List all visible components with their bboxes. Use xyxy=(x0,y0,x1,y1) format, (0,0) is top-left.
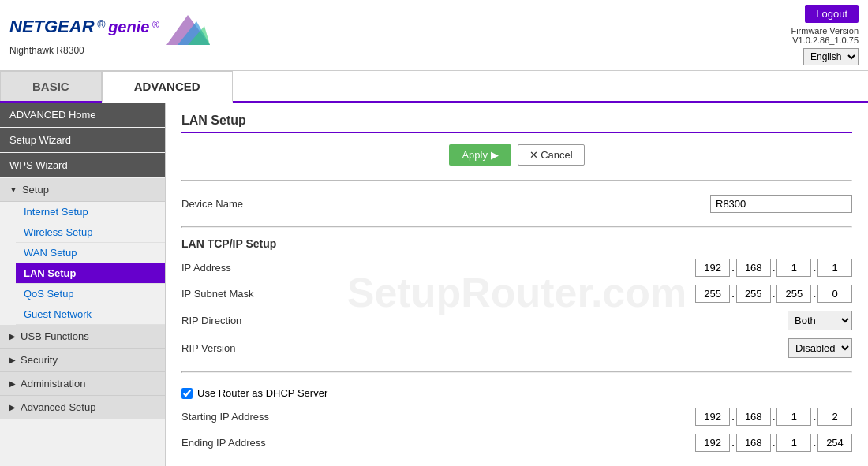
dhcp-checkbox-row: Use Router as DHCP Server xyxy=(181,382,852,404)
ip-address-row: IP Address . . . xyxy=(181,255,852,281)
subnet-mask-label: IP Subnet Mask xyxy=(181,288,355,300)
content-wrap: LAN Setup Apply ▶ ✕ Cancel Device Name L… xyxy=(181,114,852,466)
language-select[interactable]: English xyxy=(803,48,859,65)
ending-ip-row: Ending IP Address . . . xyxy=(181,430,852,456)
subnet-o4-input[interactable] xyxy=(817,285,852,303)
firmware-label: Firmware Version xyxy=(791,26,859,35)
logo-area: NETGEAR ® genie ® Nighthawk R8300 xyxy=(9,15,210,56)
rip-direction-row: RIP Direction None Both In Only Out Only xyxy=(181,307,852,334)
sidebar-item-qos-setup[interactable]: QoS Setup xyxy=(16,284,165,304)
sidebar-item-wireless-setup[interactable]: Wireless Setup xyxy=(16,222,165,243)
ip-o4-input[interactable] xyxy=(817,259,852,277)
subnet-mask-row: IP Subnet Mask . . . xyxy=(181,281,852,307)
start-o1-input[interactable] xyxy=(695,408,730,426)
device-name-label: Device Name xyxy=(181,198,355,210)
sidebar-section-advanced-setup[interactable]: ▶ Advanced Setup xyxy=(0,396,165,419)
starting-ip-field: . . . xyxy=(695,408,852,426)
ip-address-label: IP Address xyxy=(181,262,355,274)
end-o2-input[interactable] xyxy=(736,434,771,452)
sidebar-setup-wizard[interactable]: Setup Wizard xyxy=(0,128,165,152)
subnet-dot-3: . xyxy=(813,288,816,300)
rip-direction-select[interactable]: None Both In Only Out Only xyxy=(788,311,852,330)
ending-ip-field: . . . xyxy=(695,434,852,452)
registered-mark: ® xyxy=(97,18,105,31)
start-o2-input[interactable] xyxy=(736,408,771,426)
sidebar: ADVANCED Home Setup Wizard WPS Wizard ▼ … xyxy=(0,103,166,466)
advanced-setup-arrow-icon: ▶ xyxy=(9,403,16,412)
sidebar-section-administration[interactable]: ▶ Administration xyxy=(0,372,165,396)
ip-address-field: . . . xyxy=(695,259,852,277)
dhcp-checkbox[interactable] xyxy=(181,388,193,399)
rip-version-select[interactable]: Disabled RIP-1 RIP-2 xyxy=(788,338,852,358)
start-o3-input[interactable] xyxy=(776,408,811,426)
cancel-button[interactable]: ✕ Cancel xyxy=(518,144,585,166)
end-dot-2: . xyxy=(773,437,776,449)
ip-o1-input[interactable] xyxy=(695,259,730,277)
subnet-o1-input[interactable] xyxy=(695,285,730,303)
router-model: Nighthawk R8300 xyxy=(9,45,210,56)
sidebar-item-lan-setup[interactable]: LAN Setup xyxy=(16,263,165,284)
logo-triangle xyxy=(166,15,210,45)
firmware-version: V1.0.2.86_1.0.75 xyxy=(792,35,859,45)
header: NETGEAR ® genie ® Nighthawk R8300 Logout… xyxy=(0,0,868,71)
sidebar-section-security[interactable]: ▶ Security xyxy=(0,349,165,372)
setup-section-label: Setup xyxy=(22,184,49,196)
setup-arrow-icon: ▼ xyxy=(9,185,17,194)
administration-arrow-icon: ▶ xyxy=(9,379,16,388)
header-left: NETGEAR ® genie ® Nighthawk R8300 xyxy=(9,15,210,56)
subnet-dot-1: . xyxy=(731,288,735,300)
ip-o2-input[interactable] xyxy=(736,259,771,277)
advanced-setup-section-label: Advanced Setup xyxy=(21,401,95,413)
sidebar-section-setup[interactable]: ▼ Setup xyxy=(0,178,165,202)
end-o3-input[interactable] xyxy=(776,434,811,452)
header-right: Logout Firmware Version V1.0.2.86_1.0.75… xyxy=(791,5,859,65)
genie-mark: ® xyxy=(152,20,159,31)
sidebar-item-wan-setup[interactable]: WAN Setup xyxy=(16,243,165,263)
start-o4-input[interactable] xyxy=(817,408,852,426)
sidebar-section-usb[interactable]: ▶ USB Functions xyxy=(0,325,165,349)
apply-button[interactable]: Apply ▶ xyxy=(449,144,511,166)
ip-dot-1: . xyxy=(731,262,735,274)
rip-direction-field: None Both In Only Out Only xyxy=(788,311,852,330)
subnet-dot-2: . xyxy=(773,288,776,300)
start-dot-1: . xyxy=(731,411,735,423)
security-section-label: Security xyxy=(21,354,58,366)
security-arrow-icon: ▶ xyxy=(9,356,16,364)
starting-ip-label: Starting IP Address xyxy=(181,411,355,423)
end-o4-input[interactable] xyxy=(817,434,852,452)
end-dot-1: . xyxy=(731,437,735,449)
rip-version-field: Disabled RIP-1 RIP-2 xyxy=(788,338,852,358)
usb-section-label: USB Functions xyxy=(21,330,89,342)
page-title: LAN Setup xyxy=(181,114,852,133)
sidebar-setup-items: Internet Setup Wireless Setup WAN Setup … xyxy=(0,202,165,325)
firmware-info: Firmware Version V1.0.2.86_1.0.75 xyxy=(791,26,859,45)
sidebar-wps-wizard[interactable]: WPS Wizard xyxy=(0,153,165,177)
sidebar-item-guest-network[interactable]: Guest Network xyxy=(16,304,165,325)
logout-button[interactable]: Logout xyxy=(805,5,859,23)
sidebar-item-internet-setup[interactable]: Internet Setup xyxy=(16,202,165,222)
subnet-o3-input[interactable] xyxy=(776,285,811,303)
administration-section-label: Administration xyxy=(21,378,85,390)
subnet-o2-input[interactable] xyxy=(736,285,771,303)
genie-label: genie xyxy=(108,18,149,35)
section-divider-2 xyxy=(181,371,852,373)
end-o1-input[interactable] xyxy=(695,434,730,452)
ending-ip-label: Ending IP Address xyxy=(181,437,355,449)
action-bar: Apply ▶ ✕ Cancel xyxy=(181,144,852,166)
ip-o3-input[interactable] xyxy=(776,259,811,277)
tab-basic[interactable]: BASIC xyxy=(0,71,102,101)
start-dot-3: . xyxy=(813,411,816,423)
device-name-row: Device Name xyxy=(181,191,852,217)
rip-version-label: RIP Version xyxy=(181,342,355,354)
start-dot-2: . xyxy=(773,411,776,423)
top-divider xyxy=(181,180,852,181)
tab-advanced[interactable]: ADVANCED xyxy=(102,71,233,103)
device-name-field xyxy=(710,195,852,213)
sidebar-advanced-home[interactable]: ADVANCED Home xyxy=(0,103,165,127)
dhcp-label: Use Router as DHCP Server xyxy=(197,387,327,399)
device-name-input[interactable] xyxy=(710,195,852,213)
logo: NETGEAR ® genie ® xyxy=(9,15,210,45)
nav-tabs: BASIC ADVANCED xyxy=(0,71,868,103)
ip-dot-2: . xyxy=(773,262,776,274)
rip-version-row: RIP Version Disabled RIP-1 RIP-2 xyxy=(181,334,852,362)
